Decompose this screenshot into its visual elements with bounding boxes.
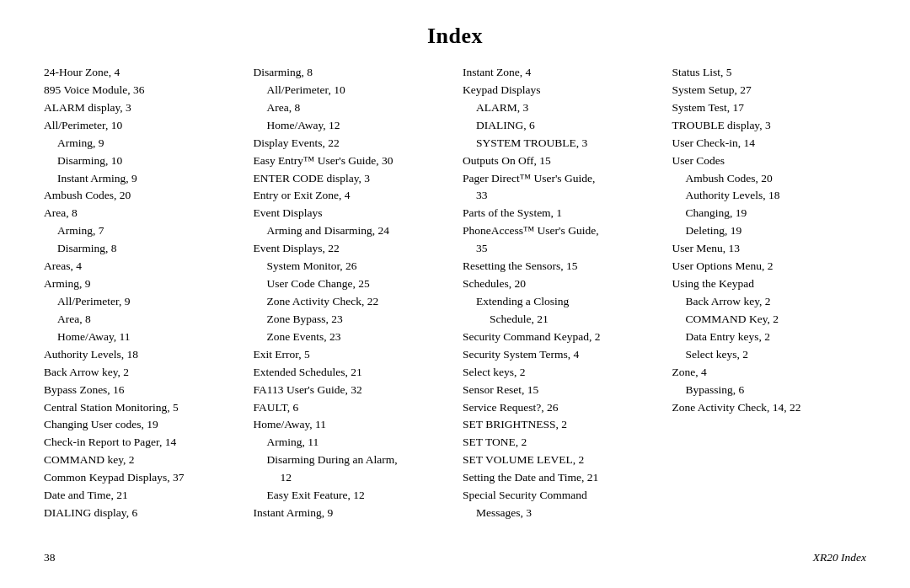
index-entry: User Codes [672, 152, 867, 170]
index-entry: Date and Time, 21 [44, 487, 238, 505]
index-entry: 33 [463, 187, 657, 205]
page: Index 24-Hour Zone, 4895 Voice Module, 3… [0, 0, 910, 588]
index-entry: All/Perimeter, 9 [44, 293, 238, 311]
index-entry: 12 [254, 469, 448, 487]
index-entry: Sensor Reset, 15 [463, 382, 657, 399]
index-entry: DIALING, 6 [463, 117, 657, 135]
index-entry: Central Station Monitoring, 5 [44, 399, 238, 417]
index-entry: Pager Direct™ User's Guide, [463, 170, 657, 188]
index-entry: ALARM display, 3 [44, 99, 238, 117]
index-entry: Status List, 5 [672, 64, 867, 82]
index-entry: System Test, 17 [672, 99, 867, 117]
index-entry: Zone Activity Check, 22 [254, 293, 448, 311]
index-entry: Security System Terms, 4 [463, 346, 657, 364]
column-2: Disarming, 8All/Perimeter, 10Area, 8Home… [254, 64, 463, 539]
index-entry: Changing User codes, 19 [44, 416, 238, 434]
index-entry: Authority Levels, 18 [672, 187, 867, 205]
index-entry: Extended Schedules, 21 [254, 364, 448, 382]
index-entry: System Monitor, 26 [254, 258, 448, 275]
index-entry: ALARM, 3 [463, 99, 657, 117]
index-entry: Areas, 4 [44, 258, 238, 275]
index-entry: All/Perimeter, 10 [254, 82, 448, 99]
index-entry: Arming, 11 [254, 434, 448, 452]
index-entry: Zone Events, 23 [254, 329, 448, 346]
index-entry: Deleting, 19 [672, 222, 867, 240]
index-entry: SET VOLUME LEVEL, 2 [463, 452, 657, 469]
index-entry: Home/Away, 11 [254, 416, 448, 434]
index-entry: Select keys, 2 [463, 364, 657, 382]
index-entry: Easy Entry™ User's Guide, 30 [254, 152, 448, 170]
index-entry: Check-in Report to Pager, 14 [44, 434, 238, 452]
index-columns: 24-Hour Zone, 4895 Voice Module, 36ALARM… [44, 64, 866, 539]
index-entry: Resetting the Sensors, 15 [463, 258, 657, 275]
index-entry: Keypad Displays [463, 82, 657, 99]
index-entry: Security Command Keypad, 2 [463, 329, 657, 346]
index-entry: Event Displays, 22 [254, 240, 448, 258]
index-entry: Entry or Exit Zone, 4 [254, 187, 448, 205]
index-entry: PhoneAccess™ User's Guide, [463, 222, 657, 240]
column-3: Instant Zone, 4Keypad DisplaysALARM, 3DI… [463, 64, 672, 539]
index-entry: User Menu, 13 [672, 240, 867, 258]
index-entry: Instant Zone, 4 [463, 64, 657, 82]
index-entry: Special Security Command [463, 487, 657, 505]
index-entry: Instant Arming, 9 [254, 505, 448, 522]
index-entry: Bypass Zones, 16 [44, 382, 238, 399]
index-entry: Arming and Disarming, 24 [254, 222, 448, 240]
index-entry: Ambush Codes, 20 [44, 187, 238, 205]
index-entry: Parts of the System, 1 [463, 205, 657, 222]
index-entry: Arming, 9 [44, 275, 238, 293]
page-title: Index [44, 24, 866, 49]
index-entry: Easy Exit Feature, 12 [254, 487, 448, 505]
index-entry: COMMAND key, 2 [44, 452, 238, 469]
index-entry: Zone, 4 [672, 364, 867, 382]
index-entry: Back Arrow key, 2 [672, 293, 867, 311]
column-4: Status List, 5System Setup, 27System Tes… [672, 64, 867, 539]
footer-product-name: XR20 Index [813, 551, 866, 564]
index-entry: FA113 User's Guide, 32 [254, 382, 448, 399]
index-entry: Instant Arming, 9 [44, 170, 238, 188]
index-entry: Schedules, 20 [463, 275, 657, 293]
index-entry: Setting the Date and Time, 21 [463, 469, 657, 487]
index-entry: User Code Change, 25 [254, 275, 448, 293]
index-entry: TROUBLE display, 3 [672, 117, 867, 135]
index-entry: Area, 8 [44, 205, 238, 222]
index-entry: Changing, 19 [672, 205, 867, 222]
column-1: 24-Hour Zone, 4895 Voice Module, 36ALARM… [44, 64, 254, 539]
index-entry: Service Request?, 26 [463, 399, 657, 417]
index-entry: Zone Activity Check, 14, 22 [672, 399, 867, 417]
index-entry: Disarming During an Alarm, [254, 452, 448, 469]
index-entry: Arming, 7 [44, 222, 238, 240]
index-entry: System Setup, 27 [672, 82, 867, 99]
index-entry: User Check-in, 14 [672, 135, 867, 152]
index-entry: Using the Keypad [672, 275, 867, 293]
index-entry: Area, 8 [44, 311, 238, 329]
index-entry: 35 [463, 240, 657, 258]
index-entry: Authority Levels, 18 [44, 346, 238, 364]
index-entry: Disarming, 10 [44, 152, 238, 170]
index-entry: Disarming, 8 [254, 64, 448, 82]
index-entry: SET BRIGHTNESS, 2 [463, 416, 657, 434]
index-entry: Display Events, 22 [254, 135, 448, 152]
index-entry: ENTER CODE display, 3 [254, 170, 448, 188]
index-entry: Zone Bypass, 23 [254, 311, 448, 329]
index-entry: Home/Away, 12 [254, 117, 448, 135]
footer-page-number: 38 [44, 551, 56, 564]
index-entry: Data Entry keys, 2 [672, 329, 867, 346]
index-entry: 895 Voice Module, 36 [44, 82, 238, 99]
index-entry: Common Keypad Displays, 37 [44, 469, 238, 487]
index-entry: FAULT, 6 [254, 399, 448, 417]
index-entry: COMMAND Key, 2 [672, 311, 867, 329]
index-entry: Messages, 3 [463, 505, 657, 522]
index-entry: Arming, 9 [44, 135, 238, 152]
index-entry: Home/Away, 11 [44, 329, 238, 346]
index-entry: SYSTEM TROUBLE, 3 [463, 135, 657, 152]
index-entry: Extending a Closing [463, 293, 657, 311]
index-entry: 24-Hour Zone, 4 [44, 64, 238, 82]
index-entry: User Options Menu, 2 [672, 258, 867, 275]
index-entry: Back Arrow key, 2 [44, 364, 238, 382]
index-entry: All/Perimeter, 10 [44, 117, 238, 135]
index-entry: Outputs On Off, 15 [463, 152, 657, 170]
index-entry: SET TONE, 2 [463, 434, 657, 452]
index-entry: Disarming, 8 [44, 240, 238, 258]
index-entry: Ambush Codes, 20 [672, 170, 867, 188]
